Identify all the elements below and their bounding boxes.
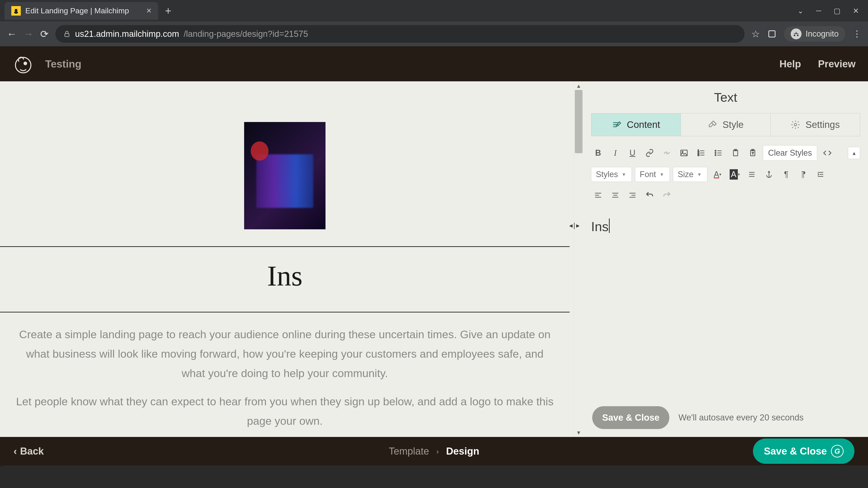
bg-color-button[interactable]: A▾	[727, 167, 742, 182]
browser-chrome: Edit Landing Page | Mailchimp × + ⌄ ─ ▢ …	[0, 0, 868, 46]
editor-content[interactable]: Ins	[591, 210, 860, 242]
text-editor-panel: Text Content Style Settings B I U	[583, 81, 868, 437]
back-icon[interactable]: ←	[7, 28, 17, 39]
body-text-block[interactable]: Create a simple landing page to reach yo…	[0, 313, 569, 431]
svg-point-12	[715, 150, 716, 151]
panel-title: Text	[583, 81, 868, 113]
save-close-button[interactable]: Save & Close G	[753, 438, 855, 464]
style-icon	[708, 120, 717, 130]
tab-close-icon[interactable]: ×	[147, 6, 151, 15]
mailchimp-favicon-icon	[11, 6, 21, 15]
crumb-template[interactable]: Template	[389, 446, 429, 457]
paste-plain-button[interactable]: T	[746, 146, 760, 160]
incognito-badge[interactable]: Incognito	[784, 26, 845, 41]
extension-icon[interactable]	[767, 29, 777, 39]
svg-point-13	[715, 153, 716, 154]
chevron-left-icon: ‹	[13, 446, 17, 457]
scroll-up-arrow-icon[interactable]: ▴	[574, 81, 583, 90]
undo-button[interactable]	[643, 188, 657, 202]
preview-link[interactable]: Preview	[818, 58, 856, 70]
panel-resize-handle[interactable]: ◂ | ▸	[569, 221, 579, 229]
tab-content[interactable]: Content	[591, 113, 681, 136]
tab-style[interactable]: Style	[681, 113, 770, 136]
line-height-button[interactable]	[745, 167, 759, 182]
help-link[interactable]: Help	[779, 58, 801, 70]
clear-styles-button[interactable]: Clear Styles	[763, 145, 817, 161]
align-right-button[interactable]	[625, 188, 640, 202]
new-tab-button[interactable]: +	[165, 4, 171, 17]
back-label: Back	[20, 446, 44, 457]
image-button[interactable]	[677, 146, 691, 160]
redo-button[interactable]	[660, 188, 674, 202]
lock-icon[interactable]	[63, 30, 70, 37]
paste-button[interactable]	[728, 146, 743, 160]
content-icon	[612, 120, 622, 130]
incognito-label: Incognito	[806, 29, 839, 39]
ltr-button[interactable]: ¶	[779, 167, 793, 182]
minimize-icon[interactable]: ─	[816, 6, 821, 15]
maximize-icon[interactable]: ▢	[834, 6, 840, 15]
reload-icon[interactable]: ⟳	[40, 28, 49, 40]
mailchimp-logo-icon[interactable]	[12, 53, 34, 74]
back-button[interactable]: ‹ Back	[13, 446, 44, 457]
tabs-dropdown-icon[interactable]: ⌄	[798, 6, 804, 15]
svg-point-14	[715, 155, 716, 156]
design-canvas[interactable]: Ins Create a simple landing page to reac…	[0, 81, 569, 437]
breadcrumb: Template › Design	[389, 446, 479, 457]
svg-text:3: 3	[698, 153, 699, 157]
bookmark-star-icon[interactable]: ☆	[751, 29, 760, 39]
rtl-button[interactable]: ¶	[796, 167, 810, 182]
main-area: Ins Create a simple landing page to reac…	[0, 81, 868, 437]
scrollbar-thumb[interactable]	[575, 90, 583, 153]
save-close-label: Save & Close	[764, 446, 827, 457]
indent-button[interactable]	[813, 167, 828, 182]
svg-rect-2	[65, 34, 69, 37]
bullet-list-button[interactable]	[711, 146, 725, 160]
panel-tabs: Content Style Settings	[591, 113, 860, 136]
crumb-design: Design	[446, 446, 479, 457]
bold-button[interactable]: B	[591, 146, 605, 160]
font-select[interactable]: Font	[635, 167, 670, 182]
incognito-icon	[791, 29, 802, 39]
source-code-button[interactable]	[820, 146, 834, 160]
settings-icon	[790, 120, 800, 130]
grammarly-icon[interactable]: G	[831, 445, 844, 457]
canvas-wrap: Ins Create a simple landing page to reac…	[0, 81, 583, 437]
page-name: Testing	[45, 58, 81, 70]
link-button[interactable]	[643, 146, 657, 160]
url-bar[interactable]: us21.admin.mailchimp.com/landing-pages/d…	[55, 25, 745, 43]
styles-select[interactable]: Styles	[591, 167, 632, 182]
scroll-down-arrow-icon[interactable]: ▾	[574, 428, 583, 437]
unlink-button[interactable]	[660, 146, 674, 160]
svg-point-20	[768, 171, 770, 173]
svg-point-5	[24, 62, 26, 65]
collapse-toolbar-button[interactable]: ▴	[848, 147, 860, 159]
hero-image[interactable]	[244, 122, 326, 229]
body-paragraph-2: Let people know what they can expect to …	[15, 392, 555, 431]
text-color-button[interactable]: A▾	[710, 167, 724, 182]
close-window-icon[interactable]: ✕	[853, 6, 859, 15]
autosave-message: We'll autosave every 20 seconds	[678, 413, 804, 422]
ordered-list-button[interactable]: 123	[694, 146, 708, 160]
align-left-button[interactable]	[591, 188, 605, 202]
address-bar: ← → ⟳ us21.admin.mailchimp.com/landing-p…	[0, 22, 868, 46]
anchor-button[interactable]	[762, 167, 776, 182]
canvas-scrollbar[interactable]: ▴ ▾	[574, 81, 583, 437]
underline-button[interactable]: U	[625, 146, 640, 160]
tab-content-label: Content	[627, 119, 660, 130]
panel-save-close-button[interactable]: Save & Close	[592, 406, 669, 429]
svg-point-8	[682, 151, 683, 153]
selected-text-block[interactable]: Ins	[0, 246, 569, 313]
size-select[interactable]: Size	[673, 167, 707, 182]
svg-text:T: T	[752, 152, 754, 155]
tab-settings[interactable]: Settings	[771, 113, 860, 136]
browser-tab[interactable]: Edit Landing Page | Mailchimp ×	[4, 2, 158, 20]
text-editor-area[interactable]: Ins	[591, 210, 860, 398]
italic-button[interactable]: I	[608, 146, 622, 160]
browser-menu-icon[interactable]: ⋮	[852, 29, 861, 39]
tab-bar: Edit Landing Page | Mailchimp × + ⌄ ─ ▢ …	[0, 0, 868, 22]
svg-rect-3	[769, 31, 775, 37]
align-center-button[interactable]	[608, 188, 622, 202]
heading-text: Ins	[0, 259, 569, 293]
text-cursor	[609, 219, 610, 233]
